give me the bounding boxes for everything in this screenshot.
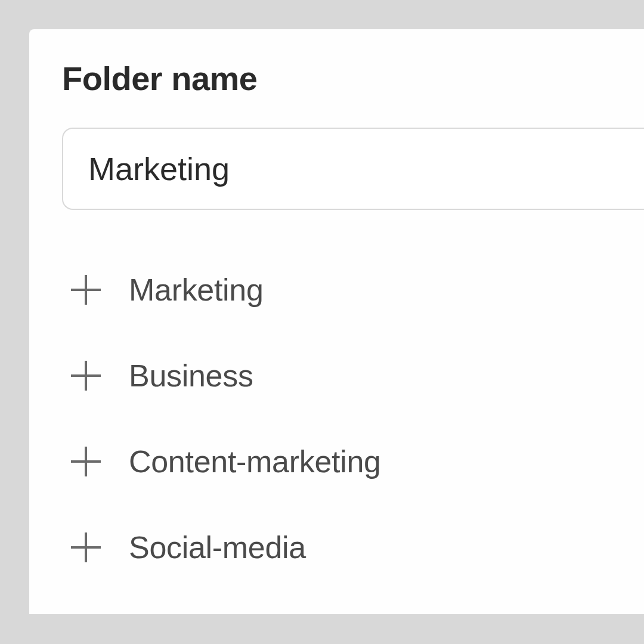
suggestion-item[interactable]: Content-marketing (69, 419, 644, 504)
folder-name-dialog: Folder name Marketing Business (29, 29, 644, 614)
plus-icon (69, 531, 103, 564)
dialog-title: Folder name (62, 59, 644, 98)
suggestion-label: Content-marketing (129, 444, 381, 479)
suggestion-label: Business (129, 358, 253, 394)
suggestion-label: Marketing (129, 272, 264, 308)
suggestion-label: Social-media (129, 530, 306, 565)
suggestion-item[interactable]: Marketing (69, 247, 644, 333)
plus-icon (69, 273, 103, 306)
plus-icon (69, 445, 103, 478)
suggestion-item[interactable]: Business (69, 333, 644, 419)
plus-icon (69, 359, 103, 392)
suggestion-item[interactable]: Social-media (69, 504, 644, 590)
folder-name-input[interactable] (62, 128, 644, 210)
suggestions-list: Marketing Business Content-marketing (62, 247, 644, 590)
